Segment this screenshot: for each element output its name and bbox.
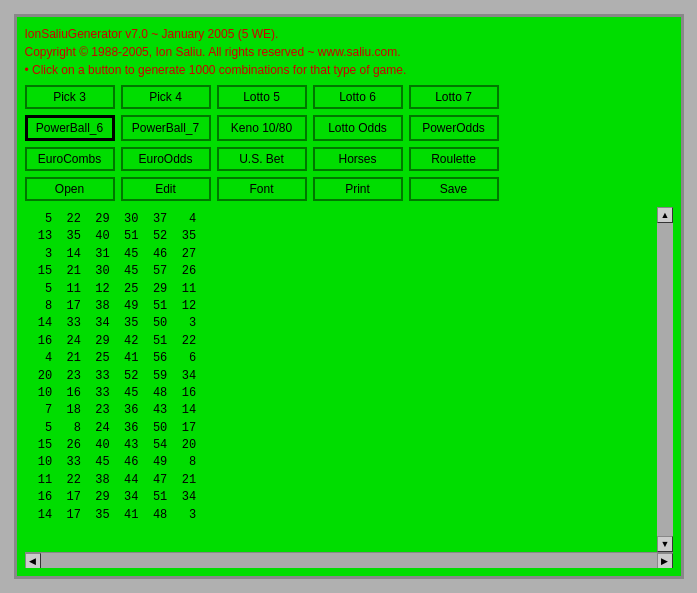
header-text: IonSaliuGenerator v7.0 ~ January 2005 (5… [25, 25, 673, 79]
btn-row1-btn-4[interactable]: Lotto 7 [409, 85, 499, 109]
btn-row1-btn-2[interactable]: Lotto 5 [217, 85, 307, 109]
btn-row3-btn-4[interactable]: Roulette [409, 147, 499, 171]
header-line1: IonSaliuGenerator v7.0 ~ January 2005 (5… [25, 25, 673, 43]
btn-row2-btn-2[interactable]: Keno 10/80 [217, 115, 307, 141]
scroll-down-button[interactable]: ▼ [657, 536, 673, 552]
btn-row3-btn-2[interactable]: U.S. Bet [217, 147, 307, 171]
btn-row4-btn-0[interactable]: Open [25, 177, 115, 201]
button-row-3: EuroCombsEuroOddsU.S. BetHorsesRoulette [25, 147, 673, 171]
button-row-2: PowerBall_6PowerBall_7Keno 10/80Lotto Od… [25, 115, 673, 141]
scroll-track-v[interactable] [657, 223, 673, 536]
output-content[interactable]: 5 22 29 30 37 4 13 35 40 51 52 35 3 14 3… [25, 207, 657, 552]
output-inner: 5 22 29 30 37 4 13 35 40 51 52 35 3 14 3… [25, 207, 673, 552]
btn-row4-btn-2[interactable]: Font [217, 177, 307, 201]
horizontal-scrollbar[interactable]: ◀ ▶ [25, 552, 673, 568]
btn-row1-btn-1[interactable]: Pick 4 [121, 85, 211, 109]
header-line2: Copyright © 1988-2005, Ion Saliu. All ri… [25, 43, 673, 61]
output-wrapper: 5 22 29 30 37 4 13 35 40 51 52 35 3 14 3… [25, 207, 673, 568]
btn-row1-btn-0[interactable]: Pick 3 [25, 85, 115, 109]
btn-row2-btn-0[interactable]: PowerBall_6 [25, 115, 115, 141]
btn-row1-btn-3[interactable]: Lotto 6 [313, 85, 403, 109]
btn-row2-btn-4[interactable]: PowerOdds [409, 115, 499, 141]
button-row-4: OpenEditFontPrintSave [25, 177, 673, 201]
btn-row2-btn-1[interactable]: PowerBall_7 [121, 115, 211, 141]
btn-row4-btn-4[interactable]: Save [409, 177, 499, 201]
btn-row3-btn-3[interactable]: Horses [313, 147, 403, 171]
vertical-scrollbar[interactable]: ▲ ▼ [657, 207, 673, 552]
header-line3: • Click on a button to generate 1000 com… [25, 61, 673, 79]
btn-row4-btn-3[interactable]: Print [313, 177, 403, 201]
scroll-right-button[interactable]: ▶ [657, 553, 673, 569]
button-row-1: Pick 3Pick 4Lotto 5Lotto 6Lotto 7 [25, 85, 673, 109]
scroll-up-button[interactable]: ▲ [657, 207, 673, 223]
scroll-track-h[interactable] [41, 553, 657, 569]
btn-row2-btn-3[interactable]: Lotto Odds [313, 115, 403, 141]
scroll-left-button[interactable]: ◀ [25, 553, 41, 569]
main-window: IonSaliuGenerator v7.0 ~ January 2005 (5… [14, 14, 684, 579]
btn-row3-btn-1[interactable]: EuroOdds [121, 147, 211, 171]
btn-row4-btn-1[interactable]: Edit [121, 177, 211, 201]
btn-row3-btn-0[interactable]: EuroCombs [25, 147, 115, 171]
